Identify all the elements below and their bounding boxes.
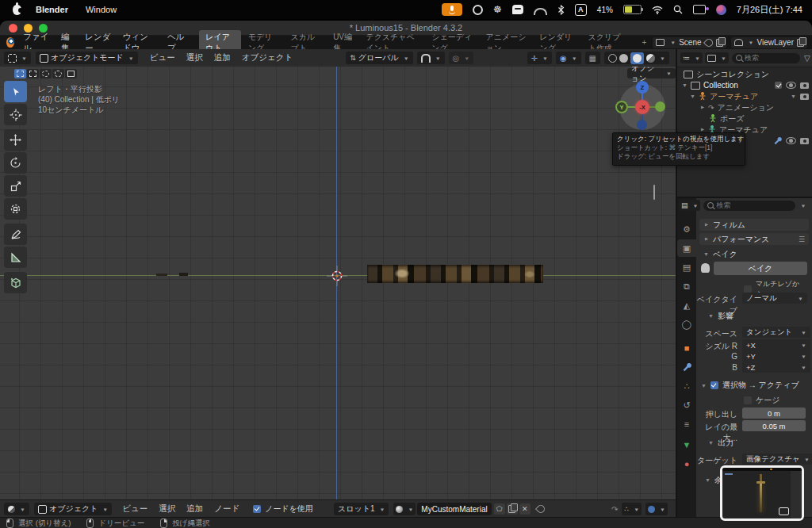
tab-render-properties[interactable]: ▣	[677, 239, 696, 257]
shader-editor-type-button[interactable]: ▼	[4, 503, 29, 515]
extra-select-button[interactable]	[65, 69, 77, 78]
shader-menu-add[interactable]: 追加	[181, 503, 209, 515]
collection-checkbox[interactable]	[775, 82, 782, 89]
disable-render-icon[interactable]	[800, 94, 809, 100]
panel-performance[interactable]: ▼ パフォーマンス ☰	[699, 233, 809, 245]
tab-scene-properties[interactable]: ◭	[677, 297, 696, 314]
obs-icon[interactable]	[473, 5, 483, 15]
shader-menu-node[interactable]: ノード	[209, 503, 245, 515]
show-overlays-toggle[interactable]: ◉ ▼	[556, 52, 581, 64]
shader-overlays-button[interactable]: ▼	[645, 503, 668, 515]
material-browse-button[interactable]: ▼	[393, 503, 416, 515]
xray-toggle[interactable]: ▦	[585, 52, 600, 64]
extrusion-value-slider[interactable]: 0 m	[742, 407, 806, 419]
spotlight-search-icon[interactable]	[673, 5, 683, 14]
tool-annotate[interactable]	[4, 224, 27, 245]
hide-viewport-icon[interactable]	[786, 82, 796, 89]
bluetooth-icon[interactable]	[557, 5, 565, 15]
tab-add-workspace[interactable]: +	[635, 36, 653, 48]
input-source-icon[interactable]: A	[575, 4, 587, 16]
chevron-down-icon[interactable]: ▼	[791, 94, 796, 99]
shader-object-selector[interactable]: オブジェクト ▼	[34, 503, 112, 515]
tab-modifier-properties[interactable]	[677, 358, 696, 376]
line-app-icon[interactable]	[512, 5, 523, 14]
gizmo-axis-y[interactable]: Y	[615, 101, 628, 113]
pin-icon[interactable]	[703, 36, 714, 48]
tool-transform[interactable]	[4, 198, 27, 220]
gizmo-axis-z[interactable]: Z	[636, 81, 649, 94]
selected-to-active-checkbox[interactable]	[710, 381, 718, 389]
editor-splitter[interactable]	[676, 49, 677, 517]
tweak-select-button[interactable]	[14, 69, 26, 78]
wireframe-shading-button[interactable]	[608, 54, 617, 63]
viewport-menu-add[interactable]: 追加	[209, 52, 236, 63]
microphone-indicator-icon[interactable]	[442, 3, 462, 16]
siri-icon[interactable]	[716, 5, 726, 15]
screen-mirroring-icon[interactable]	[693, 5, 706, 14]
cage-checkbox[interactable]	[744, 396, 752, 404]
circle-select-button[interactable]	[40, 69, 52, 78]
gizmo-axis-negz[interactable]	[637, 120, 647, 130]
tab-viewlayer-properties[interactable]: ⧉	[677, 277, 696, 295]
box-select-button[interactable]	[27, 69, 39, 78]
snap-node-icon[interactable]: ↷	[611, 505, 618, 514]
chevron-collapsed-icon[interactable]: ▼	[699, 127, 705, 132]
pin-icon[interactable]	[535, 503, 546, 515]
wifi-icon[interactable]	[652, 6, 663, 14]
editor-type-button[interactable]: ▼	[4, 52, 31, 64]
material-name-field[interactable]: MyCustomMaterial	[417, 503, 491, 515]
tool-add-cube[interactable]	[4, 272, 27, 293]
chevron-expanded-icon[interactable]: ▼	[690, 94, 695, 99]
tool-cursor[interactable]	[4, 104, 27, 125]
outliner-search-input[interactable]	[732, 53, 800, 63]
toggle-projection-button[interactable]	[653, 186, 655, 200]
battery-icon[interactable]	[623, 5, 642, 14]
viewport-menu-view[interactable]: ビュー	[144, 52, 181, 63]
tool-move[interactable]	[4, 129, 27, 151]
cursor-3d[interactable]	[327, 266, 347, 286]
viewport-3d[interactable]: レフト・平行投影 (40) Collection | 低ポリ 10センチメートル…	[0, 67, 676, 499]
properties-search-input[interactable]	[703, 201, 795, 211]
tab-object-properties[interactable]: ■	[677, 339, 696, 357]
proportional-edit-button[interactable]: ◎ ▼	[449, 52, 474, 64]
tab-physics-properties[interactable]: ↺	[677, 396, 696, 414]
panel-selected-to-active[interactable]: ▼ 選択物 → アクティブ	[701, 380, 799, 391]
outliner-filter-mode-button[interactable]: ▼	[705, 52, 729, 63]
chevron-expanded-icon[interactable]: ▼	[682, 82, 688, 88]
arc-icon[interactable]	[534, 8, 547, 15]
slot-selector[interactable]: スロット1 ▼	[334, 503, 389, 515]
chevron-collapsed-icon[interactable]: ▼	[699, 105, 705, 110]
tab-particle-properties[interactable]: ∴	[677, 377, 696, 395]
panel-influence[interactable]: ▼ 影響	[704, 310, 809, 322]
tab-output-properties[interactable]: ▤	[677, 258, 696, 276]
disable-render-icon[interactable]	[800, 82, 809, 89]
outliner-row-scene-collection[interactable]: シーンコレクション	[684, 69, 769, 79]
tool-select-box[interactable]	[4, 81, 27, 102]
mesh-fragment[interactable]	[179, 273, 188, 276]
snapping-button[interactable]: ▼	[417, 52, 445, 64]
panel-bake[interactable]: ▼ ベイク	[699, 248, 809, 260]
outliner-row-armature-object[interactable]: ▼ アーマチュア ▼	[690, 91, 809, 101]
bake-button[interactable]: ベイク	[714, 262, 807, 275]
unlink-material-button[interactable]: ✕	[519, 503, 530, 515]
new-material-button[interactable]	[507, 503, 518, 515]
shader-menu-select[interactable]: 選択	[153, 503, 181, 515]
preset-list-icon[interactable]: ☰	[799, 235, 805, 243]
tool-measure[interactable]	[4, 247, 27, 268]
tab-world-properties[interactable]: ◯	[677, 316, 696, 333]
solid-shading-button[interactable]	[619, 54, 628, 63]
use-nodes-checkbox[interactable]	[253, 505, 261, 513]
properties-editor-type-button[interactable]: ▤ ▼	[679, 200, 700, 211]
viewport-menu-object[interactable]: オブジェクト	[236, 52, 298, 63]
outliner-row-pose[interactable]: ポーズ	[709, 113, 744, 124]
outliner-display-mode-button[interactable]: ≔ ▼	[680, 52, 703, 63]
apple-icon[interactable]	[13, 5, 21, 15]
panel-output[interactable]: ▼ 出力	[704, 437, 809, 449]
mesh-fragment[interactable]	[156, 274, 167, 276]
wheel-icon[interactable]: ☸	[493, 5, 502, 14]
outliner-row-collection[interactable]: ▼ Collection	[682, 80, 809, 90]
panel-film[interactable]: ▼ フィルム	[699, 219, 809, 231]
mode-selector[interactable]: オブジェクトモード ▼	[36, 52, 138, 64]
tab-constraint-properties[interactable]: ≡	[677, 415, 696, 433]
chevron-down-icon[interactable]: ▼	[800, 203, 806, 208]
